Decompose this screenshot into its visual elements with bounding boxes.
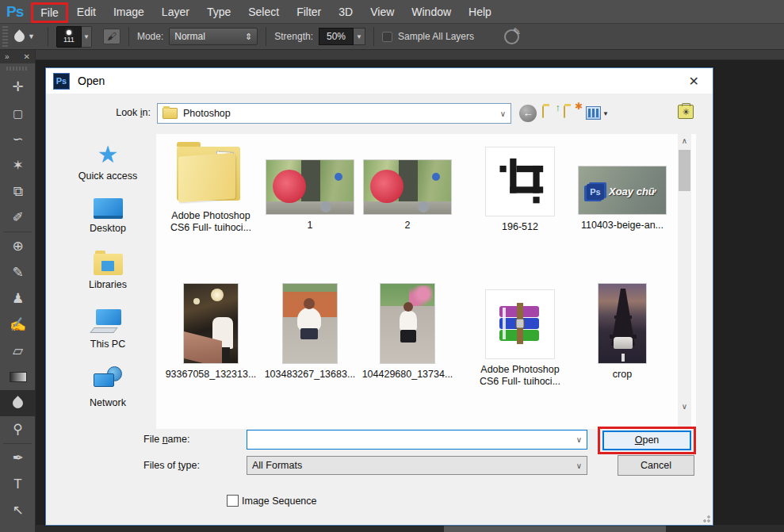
menu-type[interactable]: Type [198, 2, 239, 21]
brush-preview[interactable]: 111 [56, 26, 82, 48]
dialog-resize-grip[interactable] [701, 513, 710, 522]
scroll-up-icon[interactable]: ∧ [678, 134, 691, 147]
strength-control[interactable]: 50% ▼ [319, 28, 365, 45]
menu-view[interactable]: View [361, 2, 403, 21]
libraries-icon [94, 254, 123, 275]
cancel-button[interactable]: Cancel [618, 455, 694, 476]
look-in-dropdown[interactable]: Photoshop ∨ [157, 103, 511, 124]
archive-thumbnail [485, 289, 555, 359]
file-item-xoay-chu[interactable]: Ps Xoay chữ 110403-beige-an... [576, 139, 669, 232]
view-menu-button[interactable] [586, 106, 601, 120]
view-menu-caret-icon[interactable]: ▼ [602, 110, 609, 117]
file-item-196-512[interactable]: 196-512 [473, 139, 567, 233]
place-quick-access[interactable]: ★ Quick access [60, 143, 155, 182]
dialog-close-icon[interactable]: ✕ [683, 72, 706, 90]
menu-help[interactable]: Help [460, 2, 500, 21]
new-folder-icon [564, 105, 565, 118]
options-separator [266, 27, 266, 46]
up-one-level-button[interactable]: ↑ [542, 106, 558, 120]
lasso-tool-icon[interactable]: ∽ [0, 126, 36, 152]
eyedropper-tool-icon[interactable]: ✐ [0, 205, 36, 231]
file-item-2[interactable]: 2 [361, 139, 454, 232]
strength-value[interactable]: 50% [319, 28, 354, 45]
menu-layer[interactable]: Layer [153, 2, 198, 21]
tool-preset-caret-icon[interactable]: ▼ [28, 33, 35, 40]
this-pc-icon [92, 309, 124, 335]
xoay-chu-thumbnail: Ps Xoay chữ [578, 166, 667, 215]
create-new-folder-button[interactable]: ✱ [564, 106, 579, 120]
crop-tool-icon[interactable]: ⧉ [0, 178, 36, 205]
file-item-104429680[interactable]: 104429680_13734... [361, 281, 454, 381]
brush-tool-icon[interactable]: ✎ [0, 259, 36, 285]
files-of-type-dropdown[interactable]: All Formats ∨ [247, 456, 587, 475]
image-sequence-label: Image Sequence [242, 496, 317, 507]
brush-preset-picker[interactable]: 111 ▼ [56, 26, 92, 48]
menu-filter[interactable]: Filter [288, 2, 330, 21]
file-name-caret-icon[interactable]: ∨ [576, 435, 582, 444]
thumbnail-overlay-text: Xoay chữ [609, 186, 656, 197]
file-item-crop[interactable]: crop [576, 281, 669, 381]
magic-wand-tool-icon[interactable]: ✶ [0, 152, 36, 178]
mode-dropdown[interactable]: Normal ⇕ [169, 28, 258, 45]
menu-3d[interactable]: 3D [330, 2, 361, 21]
options-separator [48, 27, 48, 46]
brush-tip-icon [67, 30, 71, 35]
scrollbar-thumb[interactable] [679, 150, 690, 191]
file-list-scrollbar[interactable]: ∧ ∨ [678, 134, 691, 429]
place-network[interactable]: Network [60, 366, 155, 408]
place-libraries[interactable]: Libraries [60, 254, 155, 290]
menu-image[interactable]: Image [105, 2, 153, 21]
menu-window[interactable]: Window [403, 2, 460, 21]
gradient-tool-icon[interactable] [0, 364, 36, 390]
file-item-folder[interactable]: Adobe Photoshop CS6 Full- tuihoci... [164, 139, 258, 234]
image-sequence-checkbox[interactable] [227, 495, 239, 507]
dialog-title-bar[interactable]: Ps Open ✕ [46, 68, 713, 94]
healing-brush-tool-icon[interactable]: ⊕ [0, 233, 36, 259]
options-grip [2, 26, 8, 47]
close-panel-icon[interactable]: ✕ [24, 52, 30, 61]
files-of-type-caret-icon[interactable]: ∨ [576, 461, 582, 470]
status-bar-segment [444, 525, 666, 532]
file-item-103483267[interactable]: 103483267_13683... [263, 281, 357, 381]
look-in-caret-icon[interactable]: ∨ [500, 109, 506, 118]
eraser-tool-icon[interactable]: ▱ [0, 338, 36, 364]
history-brush-tool-icon[interactable]: ✍ [0, 312, 36, 338]
pen-tool-icon[interactable]: ✒ [0, 445, 36, 471]
menu-select[interactable]: Select [239, 2, 288, 21]
place-this-pc[interactable]: This PC [60, 309, 155, 350]
image-sequence-option[interactable]: Image Sequence [227, 495, 317, 507]
strength-caret-icon[interactable]: ▼ [354, 28, 365, 45]
menu-edit[interactable]: Edit [68, 2, 105, 21]
file-item-1[interactable]: 1 [263, 139, 357, 232]
back-button[interactable]: ← [519, 105, 537, 122]
brush-picker-caret-icon[interactable]: ▼ [82, 26, 92, 48]
type-tool-icon[interactable]: T [0, 471, 36, 497]
file-name-input[interactable] [252, 434, 576, 446]
look-in-value: Photoshop [183, 108, 231, 119]
mode-value: Normal [174, 31, 205, 42]
menu-file[interactable]: File [31, 2, 68, 23]
dodge-tool-icon[interactable]: ⚲ [0, 416, 36, 442]
move-tool-icon[interactable]: ✛ [0, 74, 36, 100]
tablet-pressure-icon[interactable] [504, 29, 519, 44]
tools-panel-grip[interactable] [6, 67, 29, 71]
file-item-rar[interactable]: Adobe Photoshop CS6 Full- tuihoci... [473, 281, 567, 388]
image-preview-toggle-button[interactable]: ✳ [678, 105, 694, 119]
blur-tool-icon[interactable] [0, 390, 36, 416]
clone-stamp-tool-icon[interactable]: ♟ [0, 285, 36, 312]
options-separator [128, 27, 129, 46]
sample-all-layers-checkbox[interactable] [382, 32, 392, 42]
file-item-93367058[interactable]: 93367058_132313... [164, 281, 258, 381]
file-name-combobox[interactable]: ∨ [247, 430, 587, 450]
scroll-down-icon[interactable]: ∨ [678, 400, 691, 413]
toggle-brush-panel-button[interactable]: 🖌 [103, 29, 120, 44]
place-desktop[interactable]: Desktop [60, 198, 155, 234]
file-list: Adobe Photoshop CS6 Full- tuihoci... 1 2 [156, 134, 696, 429]
mode-label: Mode: [137, 31, 163, 42]
marquee-tool-icon[interactable]: ▢ [0, 100, 36, 126]
open-button[interactable]: Open [602, 431, 691, 450]
blur-tool-preset-icon[interactable] [12, 29, 26, 44]
direct-selection-tool-icon[interactable]: ↖ [0, 497, 36, 523]
photo-thumbnail [380, 283, 435, 364]
collapse-panels-icon[interactable]: » [5, 52, 10, 61]
